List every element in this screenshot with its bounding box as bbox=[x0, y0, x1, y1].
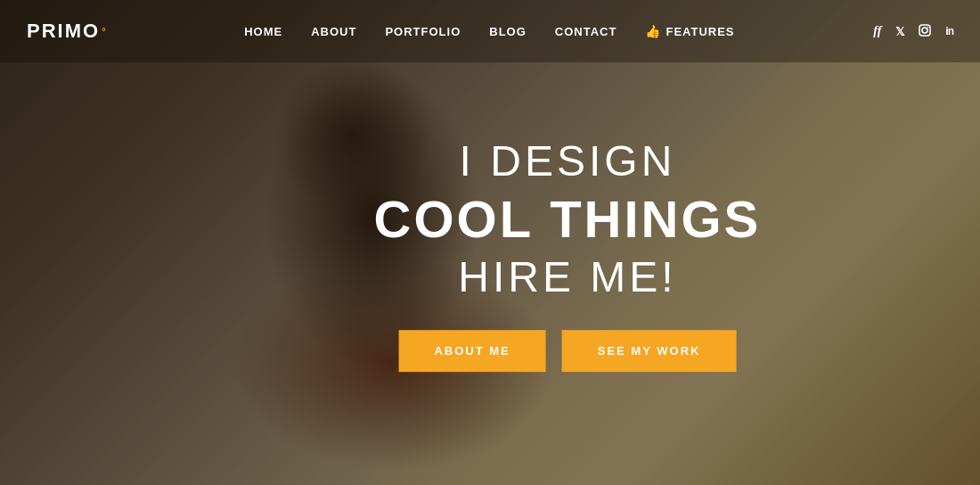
hero-section: PRIMO° HOME ABOUT PORTFOLIO BLOG CONTACT… bbox=[0, 0, 980, 485]
nav-item-blog[interactable]: BLOG bbox=[489, 23, 527, 39]
nav-item-portfolio[interactable]: PORTFOLIO bbox=[385, 23, 461, 39]
about-me-button[interactable]: ABOUT ME bbox=[398, 330, 545, 372]
twitter-link[interactable]: 𝕏 bbox=[895, 25, 904, 38]
nav-link-about[interactable]: ABOUT bbox=[311, 25, 356, 38]
features-label: FEATURES bbox=[666, 25, 734, 38]
nav-item-features[interactable]: 👍 FEATURES bbox=[645, 24, 734, 38]
svg-rect-0 bbox=[919, 25, 930, 36]
nav-item-contact[interactable]: CONTACT bbox=[555, 23, 617, 39]
nav-item-home[interactable]: HOME bbox=[244, 23, 282, 39]
instagram-link[interactable] bbox=[919, 24, 931, 39]
nav-link-portfolio[interactable]: PORTFOLIO bbox=[385, 25, 461, 38]
linkedin-link[interactable]: in bbox=[945, 25, 953, 37]
svg-point-1 bbox=[922, 28, 927, 33]
nav-links: HOME ABOUT PORTFOLIO BLOG CONTACT 👍 FEAT… bbox=[244, 23, 734, 39]
navbar: PRIMO° HOME ABOUT PORTFOLIO BLOG CONTACT… bbox=[0, 0, 980, 62]
hero-buttons: ABOUT ME SEE MY WORK bbox=[374, 330, 762, 372]
nav-link-blog[interactable]: BLOG bbox=[489, 25, 527, 38]
nav-link-contact[interactable]: CONTACT bbox=[555, 25, 617, 38]
see-my-work-button[interactable]: SEE MY WORK bbox=[562, 330, 737, 372]
hero-line3: HIRE ME! bbox=[374, 252, 762, 301]
social-links: f 𝕏 in bbox=[873, 24, 953, 39]
nav-link-home[interactable]: HOME bbox=[244, 25, 282, 38]
logo-text: PRIMO bbox=[27, 20, 100, 43]
thumbs-up-icon: 👍 bbox=[645, 24, 661, 38]
nav-item-about[interactable]: ABOUT bbox=[311, 23, 356, 39]
logo[interactable]: PRIMO° bbox=[27, 20, 106, 43]
hero-content: I DESIGN COOL THINGS HIRE ME! ABOUT ME S… bbox=[374, 136, 762, 372]
hero-line1: I DESIGN bbox=[374, 136, 762, 185]
facebook-link[interactable]: f bbox=[873, 24, 881, 38]
svg-point-2 bbox=[927, 26, 929, 28]
hero-line2: COOL THINGS bbox=[374, 189, 762, 249]
